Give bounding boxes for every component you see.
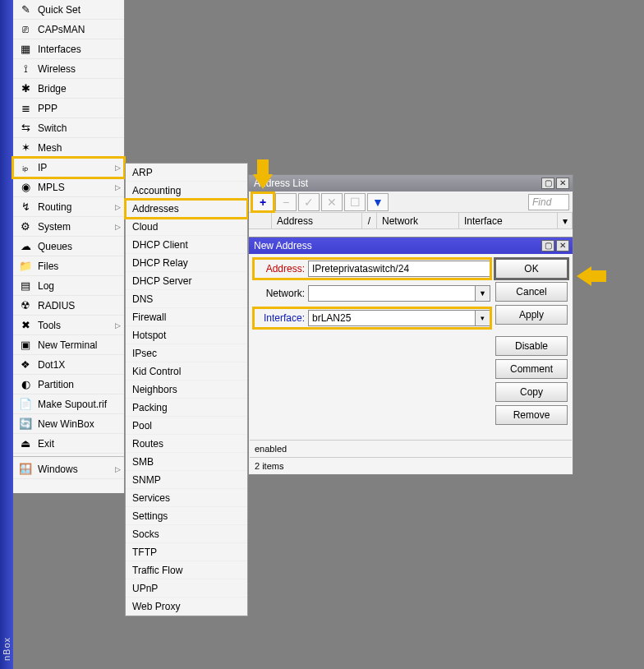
submenu-item-addresses[interactable]: Addresses bbox=[126, 200, 247, 218]
sidebar-icon: ✖ bbox=[18, 318, 33, 333]
sidebar-item-mesh[interactable]: ✶Mesh bbox=[13, 138, 124, 158]
caret-icon: ▷ bbox=[115, 203, 121, 211]
submenu-item-dns[interactable]: DNS bbox=[126, 290, 247, 308]
sidebar-item-log[interactable]: ▤Log bbox=[13, 276, 124, 296]
submenu-item-routes[interactable]: Routes bbox=[126, 435, 247, 453]
col-network[interactable]: Network bbox=[377, 213, 459, 228]
copy-button[interactable]: Copy bbox=[495, 382, 568, 402]
window-title: New Address bbox=[254, 240, 540, 251]
sidebar-item-quick-set[interactable]: ✎Quick Set bbox=[13, 0, 124, 20]
submenu-item-neighbors[interactable]: Neighbors bbox=[126, 381, 247, 399]
sidebar-icon: ✶ bbox=[18, 141, 33, 155]
comment-icon[interactable]: ☐ bbox=[344, 193, 366, 211]
caret-icon: ▷ bbox=[115, 183, 121, 191]
remove-button[interactable]: Remove bbox=[495, 405, 568, 425]
enable-button-icon[interactable]: ✓ bbox=[298, 193, 320, 211]
sidebar-item-tools[interactable]: ✖Tools▷ bbox=[13, 316, 124, 335]
network-row: Network: ▼ bbox=[254, 284, 490, 303]
sidebar-icon: ✎ bbox=[18, 2, 33, 17]
submenu-item-packing[interactable]: Packing bbox=[126, 399, 247, 417]
submenu-item-firewall[interactable]: Firewall bbox=[126, 308, 247, 326]
sidebar-icon: ☢ bbox=[18, 298, 33, 313]
close-button[interactable]: ✕ bbox=[556, 178, 569, 189]
submenu-item-upnp[interactable]: UPnP bbox=[126, 579, 247, 597]
sidebar-label: Make Supout.rif bbox=[38, 399, 121, 410]
minimize-button[interactable]: ▢ bbox=[541, 178, 554, 189]
submenu-item-hotspot[interactable]: Hotspot bbox=[126, 326, 247, 344]
submenu-item-web-proxy[interactable]: Web Proxy bbox=[126, 597, 247, 616]
sidebar-item-windows[interactable]: 🪟Windows▷ bbox=[13, 459, 124, 479]
sidebar-label: Interfaces bbox=[38, 44, 121, 55]
network-input[interactable] bbox=[308, 285, 476, 302]
sidebar-item-ip[interactable]: ᵢₚIP▷ bbox=[13, 158, 124, 178]
find-input[interactable]: Find bbox=[528, 194, 569, 210]
sidebar-icon: ◉ bbox=[18, 180, 33, 195]
minimize-button[interactable]: ▢ bbox=[541, 240, 554, 251]
col-address[interactable]: Address bbox=[272, 213, 362, 228]
submenu-item-dhcp-server[interactable]: DHCP Server bbox=[126, 272, 247, 290]
titlebar[interactable]: New Address ▢ ✕ bbox=[249, 238, 573, 254]
submenu-item-cloud[interactable]: Cloud bbox=[126, 218, 247, 236]
network-dropdown-icon[interactable]: ▼ bbox=[476, 285, 490, 302]
sidebar-label: Windows bbox=[38, 464, 115, 475]
brand-bar: nBox bbox=[0, 0, 13, 669]
sidebar-item-interfaces[interactable]: ▦Interfaces bbox=[13, 39, 124, 59]
submenu-item-arp[interactable]: ARP bbox=[126, 164, 247, 182]
submenu-item-tftp[interactable]: TFTP bbox=[126, 543, 247, 561]
sidebar-item-mpls[interactable]: ◉MPLS▷ bbox=[13, 178, 124, 197]
interface-dropdown-icon[interactable]: ▾ bbox=[476, 310, 490, 326]
submenu-item-snmp[interactable]: SNMP bbox=[126, 471, 247, 489]
sidebar-label: New Terminal bbox=[38, 339, 121, 351]
submenu-item-settings[interactable]: Settings bbox=[126, 507, 247, 525]
close-button[interactable]: ✕ bbox=[556, 240, 569, 251]
sidebar-item-exit[interactable]: ⏏Exit bbox=[13, 434, 124, 454]
add-button[interactable]: + bbox=[252, 193, 274, 211]
sidebar-item-bridge[interactable]: ✱Bridge bbox=[13, 79, 124, 99]
disable-button-icon[interactable]: ✕ bbox=[321, 193, 343, 211]
sidebar-item-make-supout-rif[interactable]: 📄Make Supout.rif bbox=[13, 394, 124, 414]
submenu-item-traffic-flow[interactable]: Traffic Flow bbox=[126, 561, 247, 579]
disable-button[interactable]: Disable bbox=[495, 336, 568, 356]
window-title: Address List bbox=[254, 178, 540, 189]
sidebar-item-wireless[interactable]: ⟟Wireless bbox=[13, 59, 124, 79]
submenu-item-socks[interactable]: Socks bbox=[126, 525, 247, 543]
sidebar-item-ppp[interactable]: ≣PPP bbox=[13, 99, 124, 118]
ok-button[interactable]: OK bbox=[495, 259, 568, 279]
submenu-item-accounting[interactable]: Accounting bbox=[126, 182, 247, 200]
apply-button[interactable]: Apply bbox=[495, 305, 568, 325]
items-count: 2 items bbox=[250, 457, 572, 473]
sidebar-item-new-terminal[interactable]: ▣New Terminal bbox=[13, 335, 124, 355]
sidebar-item-dot1x[interactable]: ❖Dot1X bbox=[13, 355, 124, 375]
sidebar-item-new-winbox[interactable]: 🔄New WinBox bbox=[13, 414, 124, 434]
sidebar-item-files[interactable]: 📁Files bbox=[13, 256, 124, 276]
col-menu-icon[interactable]: ▾ bbox=[558, 213, 573, 228]
sidebar-item-system[interactable]: ⚙System▷ bbox=[13, 217, 124, 237]
submenu-item-dhcp-client[interactable]: DHCP Client bbox=[126, 236, 247, 254]
sidebar-label: CAPsMAN bbox=[38, 24, 121, 35]
sidebar-item-capsman[interactable]: ⎚CAPsMAN bbox=[13, 20, 124, 39]
submenu-item-dhcp-relay[interactable]: DHCP Relay bbox=[126, 254, 247, 272]
col-interface[interactable]: Interface bbox=[459, 213, 558, 228]
submenu-item-pool[interactable]: Pool bbox=[126, 417, 247, 435]
filter-icon[interactable]: ▼ bbox=[367, 193, 389, 211]
sidebar-item-routing[interactable]: ↯Routing▷ bbox=[13, 197, 124, 217]
submenu-item-smb[interactable]: SMB bbox=[126, 453, 247, 471]
ip-submenu: ARPAccountingAddressesCloudDHCP ClientDH… bbox=[125, 163, 248, 616]
address-input[interactable]: IPreteprivataswitch/24 bbox=[308, 261, 490, 277]
sidebar-icon: ▤ bbox=[18, 279, 33, 293]
sidebar-item-partition[interactable]: ◐Partition bbox=[13, 375, 124, 394]
remove-button-icon[interactable]: − bbox=[275, 193, 297, 211]
submenu-item-services[interactable]: Services bbox=[126, 489, 247, 507]
sidebar-item-radius[interactable]: ☢RADIUS bbox=[13, 296, 124, 316]
sidebar-icon: 📄 bbox=[18, 397, 33, 412]
comment-button[interactable]: Comment bbox=[495, 359, 568, 379]
sidebar-label: Switch bbox=[38, 122, 121, 134]
address-row: Address: IPreteprivataswitch/24 bbox=[254, 259, 490, 279]
interface-input[interactable]: brLAN25 bbox=[308, 310, 476, 326]
titlebar[interactable]: Address List ▢ ✕ bbox=[249, 175, 573, 191]
sidebar-item-switch[interactable]: ⇆Switch bbox=[13, 118, 124, 138]
sidebar-item-queues[interactable]: ☁Queues bbox=[13, 237, 124, 256]
submenu-item-ipsec[interactable]: IPsec bbox=[126, 344, 247, 362]
submenu-item-kid-control[interactable]: Kid Control bbox=[126, 362, 247, 381]
cancel-button[interactable]: Cancel bbox=[495, 282, 568, 302]
